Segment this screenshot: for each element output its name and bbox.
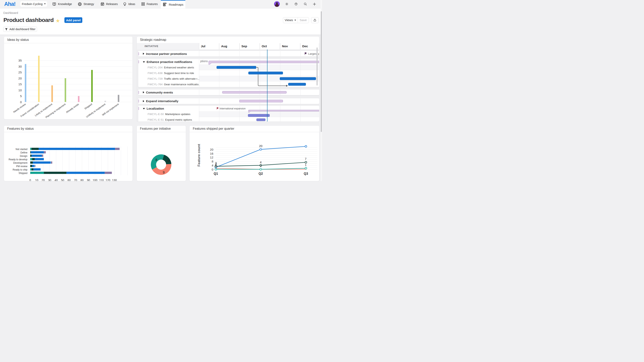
svg-text:Define: Define <box>20 151 28 154</box>
svg-text:7: 7 <box>305 157 306 160</box>
svg-text:Q1: Q1 <box>214 172 218 175</box>
svg-text:15: 15 <box>18 82 22 86</box>
svg-text:0: 0 <box>260 164 262 167</box>
svg-text:Design: Design <box>20 154 27 157</box>
svg-text:20: 20 <box>259 144 262 148</box>
svg-text:30: 30 <box>18 65 22 68</box>
svg-text:80: 80 <box>80 178 84 181</box>
svg-text:30: 30 <box>48 178 51 181</box>
svg-text:40: 40 <box>54 178 58 181</box>
svg-text:5: 5 <box>20 94 22 98</box>
svg-text:Ready to develop: Ready to develop <box>9 158 28 161</box>
svg-text:10: 10 <box>18 88 22 92</box>
svg-text:4: 4 <box>167 159 169 162</box>
svg-text:0: 0 <box>215 164 217 168</box>
svg-text:0: 0 <box>30 178 31 181</box>
svg-text:50: 50 <box>61 178 64 181</box>
svg-text:Q3: Q3 <box>304 172 308 175</box>
svg-text:1: 1 <box>305 163 306 167</box>
svg-text:16: 16 <box>210 152 213 155</box>
svg-text:0: 0 <box>20 100 22 104</box>
svg-text:Already exists: Already exists <box>66 103 79 114</box>
svg-text:Needs review: Needs review <box>13 103 26 113</box>
svg-text:12: 12 <box>210 156 213 159</box>
svg-text:25: 25 <box>18 71 22 74</box>
svg-text:8: 8 <box>155 158 157 161</box>
svg-text:35: 35 <box>18 59 22 62</box>
svg-text:Shipped: Shipped <box>84 103 93 110</box>
svg-text:60: 60 <box>68 178 71 181</box>
svg-text:90: 90 <box>87 178 90 181</box>
svg-text:20: 20 <box>42 178 45 181</box>
svg-text:Q2: Q2 <box>258 172 263 175</box>
svg-text:Development: Development <box>13 161 27 164</box>
svg-text:120: 120 <box>106 178 110 181</box>
svg-text:100: 100 <box>92 178 98 181</box>
svg-text:Shipped: Shipped <box>18 172 27 174</box>
svg-text:20: 20 <box>18 77 22 80</box>
svg-text:Ready to ship: Ready to ship <box>13 168 28 171</box>
svg-text:Not started: Not started <box>16 148 27 150</box>
svg-text:10: 10 <box>35 178 38 181</box>
svg-text:130: 130 <box>112 178 117 181</box>
svg-text:4: 4 <box>260 160 262 164</box>
svg-text:110: 110 <box>99 178 104 181</box>
svg-text:4: 4 <box>212 163 213 167</box>
svg-text:9: 9 <box>163 171 164 174</box>
svg-text:PM review: PM review <box>16 165 27 168</box>
svg-text:70: 70 <box>74 178 77 181</box>
svg-text:Feature count: Feature count <box>197 144 201 167</box>
svg-text:0: 0 <box>212 168 213 171</box>
svg-text:20: 20 <box>210 148 213 151</box>
svg-text:8: 8 <box>212 160 213 163</box>
